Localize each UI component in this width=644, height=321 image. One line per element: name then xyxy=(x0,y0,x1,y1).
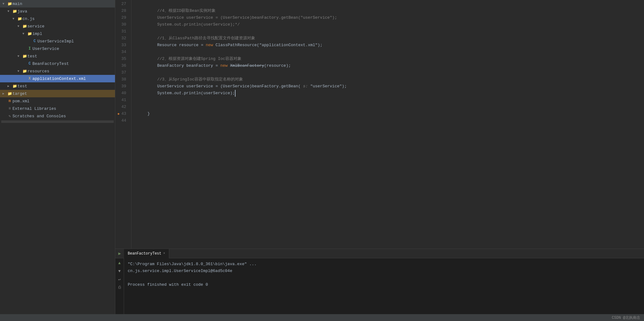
tree-arrow: ▼ xyxy=(17,55,22,58)
scratches-icon: ✎ xyxy=(7,114,12,119)
line-num: 33 xyxy=(121,42,126,49)
tree-item-label: UserServiceImpl xyxy=(37,39,115,44)
tree-item-label: resources xyxy=(27,69,115,74)
tree-arrow: ▼ xyxy=(7,10,12,13)
sidebar-item-external-libraries[interactable]: ≡External Libraries xyxy=(0,105,115,112)
bottom-panel: ▶ BeanFactoryTest × ▲ ▼ ↵ ⎙ "C:\Program … xyxy=(115,249,644,314)
tree-item-label: test xyxy=(27,54,115,59)
code-content[interactable]: //4、根据ID获取Bean实例对象 UserService userServi… xyxy=(131,0,639,249)
status-bar: CSDN @北执南念 xyxy=(0,314,644,321)
line-number-35: 35 xyxy=(115,56,128,62)
param-hint: s: xyxy=(303,84,308,89)
tree-item-label: UserService xyxy=(32,46,115,51)
cursor xyxy=(235,90,236,97)
line-num: 29 xyxy=(121,14,126,21)
folder-icon: 📁 xyxy=(12,84,17,89)
sidebar-item-resources[interactable]: ▼📁resources xyxy=(0,67,115,75)
line-number-42: 42 xyxy=(115,104,128,110)
line-number-38: 38 xyxy=(115,76,128,83)
sidebar-item-service[interactable]: ▼📁service xyxy=(0,22,115,30)
tree-item-label: impl xyxy=(32,32,115,36)
line-number-32: 32 xyxy=(115,35,128,42)
tree-item-label: java xyxy=(17,9,115,14)
console-print-btn[interactable]: ⎙ xyxy=(116,284,123,291)
line-number-34: 34 xyxy=(115,49,128,56)
line-number-43: ◆43 xyxy=(115,110,128,117)
code-line-35: //2、根据资源对象创建Spring Ioc容器对象 xyxy=(138,56,639,62)
console-wrap-btn[interactable]: ↵ xyxy=(116,276,123,283)
tree-item-label: applicationContext.xml xyxy=(32,76,115,81)
line-number-27: 27 xyxy=(115,1,128,7)
tree-item-label: Scratches and Consoles xyxy=(12,114,115,119)
line-num: 28 xyxy=(121,7,126,14)
comment: //2、根据资源对象创建Spring Ioc容器对象 xyxy=(138,56,241,61)
folder-icon: 📁 xyxy=(27,32,32,36)
folder-icon: 📁 xyxy=(22,54,27,59)
console-output: ▲ ▼ ↵ ⎙ "C:\Program Files\Java\jdk1.8.0_… xyxy=(115,258,644,314)
run-icon: ▶ xyxy=(115,251,124,256)
right-gutter xyxy=(639,0,644,249)
sidebar-item-pom-xml[interactable]: mpom.xml xyxy=(0,97,115,105)
line-number-44: 44 xyxy=(115,117,128,124)
line-number-36: 36 xyxy=(115,62,128,69)
console-gutter: ▲ ▼ ↵ ⎙ xyxy=(115,258,124,314)
strikethrough-class: XmlBeanFactory xyxy=(230,63,264,68)
console-scroll-up-btn[interactable]: ▲ xyxy=(116,260,123,266)
sidebar-item-test[interactable]: ▼📁test xyxy=(0,52,115,60)
line-num: 37 xyxy=(121,69,126,76)
line-number-41: 41 xyxy=(115,97,128,104)
console-tab-label: BeanFactoryTest xyxy=(128,251,161,256)
sidebar-item-cn-js[interactable]: ▼📁cn.js xyxy=(0,15,115,22)
code-line-43: } xyxy=(138,110,639,117)
sidebar-item-target[interactable]: ▶📁target xyxy=(0,90,115,97)
console-output-line: cn.js.service.impl.UserServiceImpl@6ad5c… xyxy=(128,269,232,273)
xml-file-icon: X xyxy=(27,76,32,81)
tree-item-label: main xyxy=(12,2,115,6)
code-line-44 xyxy=(138,117,639,124)
line-num: 38 xyxy=(121,76,126,83)
comment: //1、从ClassPath路径去寻找配置文件创建资源对象 xyxy=(138,36,255,41)
line-number-31: 31 xyxy=(115,28,128,35)
tree-arrow: ▼ xyxy=(17,70,22,73)
sidebar-scrollbar[interactable] xyxy=(1,120,114,123)
sidebar-item-userservice[interactable]: IUserService xyxy=(0,45,115,52)
comment: //3、从SpringIoc容器中获取指定名称的对象 xyxy=(138,77,243,82)
tree-item-label: cn.js xyxy=(22,17,115,21)
code-line-27 xyxy=(138,1,639,7)
java-class-icon: C xyxy=(27,61,32,66)
sidebar-item-java[interactable]: ▼📁java xyxy=(0,7,115,15)
code-line-34 xyxy=(138,49,639,56)
sidebar-item-impl[interactable]: ▼📁impl xyxy=(0,30,115,37)
tree-item-label: External Libraries xyxy=(12,106,115,111)
code-line-36: BeanFactory beanFactory = new XmlBeanFac… xyxy=(138,62,639,69)
console-scroll-down-btn[interactable]: ▼ xyxy=(116,268,123,275)
java-interface-icon: I xyxy=(27,46,32,51)
console-tab-beanfactorytest[interactable]: BeanFactoryTest × xyxy=(124,249,169,258)
brand-label: CSDN @北执南念 xyxy=(612,315,640,320)
line-number-33: 33 xyxy=(115,42,128,49)
code-text: System.out.println(userService);*/ xyxy=(138,22,240,27)
sidebar-item-applicationcontext-xml[interactable]: XapplicationContext.xml xyxy=(0,75,115,82)
gutter-icon: ◆ xyxy=(116,110,121,117)
code-editor[interactable]: 27282930313233343536373839404142◆4344 //… xyxy=(115,0,644,249)
sidebar-item-userserviceimpl[interactable]: CUserServiceImpl xyxy=(0,37,115,45)
line-number-28: 28 xyxy=(115,7,128,14)
new-kw: new xyxy=(220,63,227,68)
code-line-40: System.out.println(userService); xyxy=(138,90,639,97)
line-num: 43 xyxy=(121,110,126,117)
tree-arrow: ▼ xyxy=(22,32,27,36)
maven-file-icon: m xyxy=(7,99,12,103)
line-num: 36 xyxy=(121,62,126,69)
sidebar-item-scratches[interactable]: ✎Scratches and Consoles xyxy=(0,112,115,120)
sidebar-item-beanfactorytest[interactable]: CBeanFactoryTest xyxy=(0,60,115,67)
tree-arrow: ▼ xyxy=(17,25,22,28)
sidebar-item-main[interactable]: ▼📁main xyxy=(0,0,115,7)
line-num: 44 xyxy=(121,117,126,124)
sidebar: ▼📁main▼📁java▼📁cn.js▼📁service▼📁implCUserS… xyxy=(0,0,115,314)
sidebar-item-test-root[interactable]: ▶📁test xyxy=(0,82,115,90)
code-line-31 xyxy=(138,28,639,35)
console-tab-close[interactable]: × xyxy=(163,252,165,255)
line-num: 40 xyxy=(121,90,126,97)
code-line-41 xyxy=(138,97,639,104)
folder-icon: 📁 xyxy=(22,24,27,29)
